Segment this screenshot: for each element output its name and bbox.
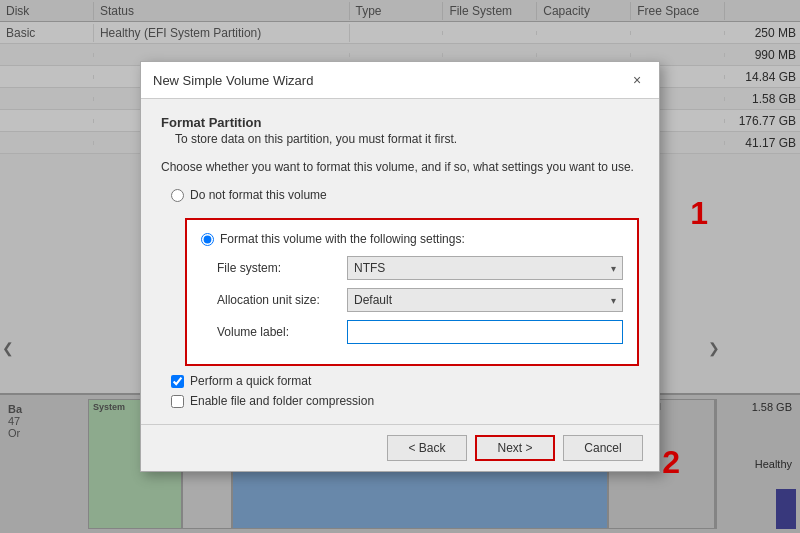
next-button[interactable]: Next > <box>475 435 555 461</box>
checkbox-group: Perform a quick format Enable file and f… <box>161 374 639 408</box>
no-format-radio[interactable] <box>171 189 184 202</box>
quick-format-option[interactable]: Perform a quick format <box>171 374 639 388</box>
allocation-dropdown[interactable]: Default ▾ <box>347 288 623 312</box>
dialog-titlebar: New Simple Volume Wizard × <box>141 62 659 99</box>
compression-label: Enable file and folder compression <box>190 394 374 408</box>
wizard-dialog: New Simple Volume Wizard × Format Partit… <box>140 61 660 472</box>
file-system-dropdown[interactable]: NTFS ▾ <box>347 256 623 280</box>
allocation-label: Allocation unit size: <box>217 293 347 307</box>
volume-label-row: Volume label: <box>217 320 623 344</box>
volume-label-label: Volume label: <box>217 325 347 339</box>
choose-text: Choose whether you want to format this v… <box>161 160 639 174</box>
file-system-label: File system: <box>217 261 347 275</box>
dialog-title: New Simple Volume Wizard <box>153 73 313 88</box>
no-format-option[interactable]: Do not format this volume <box>171 188 639 202</box>
section-title: Format Partition <box>161 115 639 130</box>
file-system-value: NTFS <box>354 261 385 275</box>
quick-format-label: Perform a quick format <box>190 374 311 388</box>
section-subtitle: To store data on this partition, you mus… <box>161 132 639 146</box>
volume-label-input[interactable] <box>347 320 623 344</box>
annotation-1: 1 <box>690 195 708 232</box>
dialog-footer: < Back Next > Cancel <box>141 424 659 471</box>
back-button[interactable]: < Back <box>387 435 467 461</box>
format-label: Format this volume with the following se… <box>220 232 465 246</box>
quick-format-checkbox[interactable] <box>171 375 184 388</box>
file-system-row: File system: NTFS ▾ <box>217 256 623 280</box>
no-format-label: Do not format this volume <box>190 188 327 202</box>
compression-option[interactable]: Enable file and folder compression <box>171 394 639 408</box>
annotation-2: 2 <box>662 444 680 481</box>
format-radio[interactable] <box>201 233 214 246</box>
file-system-arrow: ▾ <box>611 263 616 274</box>
compression-checkbox[interactable] <box>171 395 184 408</box>
allocation-row: Allocation unit size: Default ▾ <box>217 288 623 312</box>
cancel-button[interactable]: Cancel <box>563 435 643 461</box>
dialog-body: Format Partition To store data on this p… <box>141 99 659 424</box>
close-button[interactable]: × <box>627 70 647 90</box>
format-radio-header: Format this volume with the following se… <box>201 232 623 246</box>
dialog-overlay: New Simple Volume Wizard × Format Partit… <box>0 0 800 533</box>
allocation-value: Default <box>354 293 392 307</box>
radio-group: Do not format this volume Format this vo… <box>161 188 639 366</box>
allocation-arrow: ▾ <box>611 295 616 306</box>
format-settings-box: Format this volume with the following se… <box>185 218 639 366</box>
